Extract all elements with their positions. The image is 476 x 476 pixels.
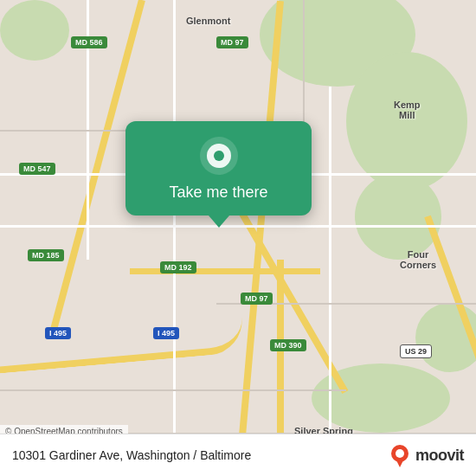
badge-md192: MD 192 [160, 261, 196, 273]
moovit-logo: moovit [388, 443, 464, 467]
moovit-brand-text: moovit [415, 447, 464, 465]
badge-md390: MD 390 [270, 339, 306, 351]
green-area-se2 [415, 303, 476, 372]
road-v3 [329, 87, 331, 433]
location-popup[interactable]: Take me there [125, 121, 312, 215]
badge-us29: US 29 [400, 344, 432, 358]
road-h2 [0, 225, 476, 228]
badge-md97-top: MD 97 [216, 36, 248, 48]
badge-i495-left: I 495 [45, 327, 71, 339]
badge-md547: MD 547 [19, 163, 55, 175]
label-four-corners: FourCorners [400, 249, 436, 270]
green-area-e [346, 52, 467, 190]
road-v1 [173, 0, 176, 476]
badge-md586: MD 586 [71, 36, 107, 48]
badge-md97-mid: MD 97 [241, 293, 273, 305]
road-md192 [130, 268, 320, 274]
address-label: 10301 Gardiner Ave, Washington / Baltimo… [12, 448, 251, 462]
svg-point-4 [396, 449, 404, 458]
svg-marker-5 [396, 460, 403, 467]
bottom-bar: 10301 Gardiner Ave, Washington / Baltimo… [0, 434, 476, 476]
take-me-there-label[interactable]: Take me there [169, 183, 267, 202]
label-kemp-mill: KempMill [394, 100, 421, 120]
green-area-nw [0, 0, 69, 61]
label-glenmont: Glenmont [186, 16, 230, 26]
map-container: Glenmont KempMill FourCorners Silver Spr… [0, 0, 476, 476]
badge-i495-right: I 495 [153, 327, 179, 339]
location-pin-icon [200, 137, 238, 175]
badge-md185: MD 185 [28, 249, 64, 261]
road-h5 [0, 389, 346, 391]
svg-point-2 [214, 151, 224, 161]
moovit-icon [388, 443, 412, 467]
